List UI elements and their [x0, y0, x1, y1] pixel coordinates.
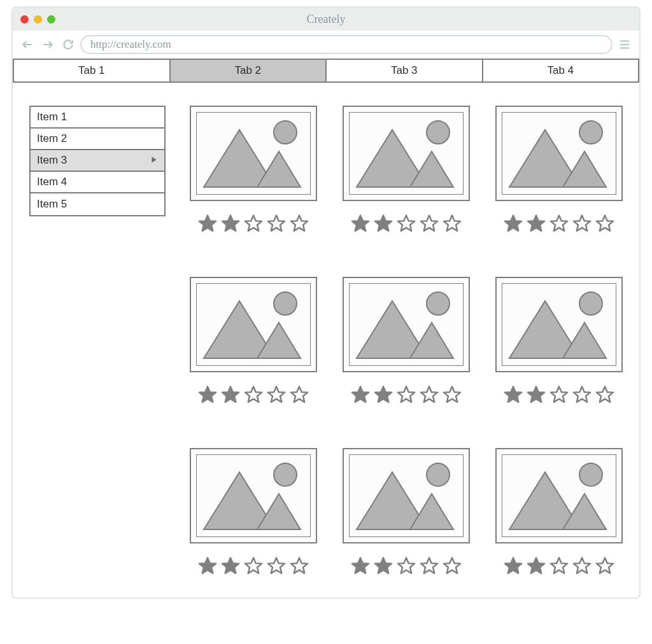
- star-empty-icon[interactable]: [397, 214, 416, 236]
- star-empty-icon[interactable]: [290, 385, 309, 407]
- star-empty-icon[interactable]: [549, 556, 569, 578]
- star-filled-icon[interactable]: [504, 385, 523, 407]
- minimize-icon[interactable]: [34, 15, 42, 24]
- star-empty-icon[interactable]: [443, 556, 462, 578]
- star-empty-icon[interactable]: [595, 214, 614, 236]
- image-placeholder[interactable]: [190, 106, 317, 201]
- image-placeholder[interactable]: [190, 277, 317, 372]
- star-empty-icon[interactable]: [244, 214, 263, 236]
- close-icon[interactable]: [20, 15, 29, 24]
- star-empty-icon[interactable]: [290, 214, 309, 236]
- sidebar-item-2[interactable]: Item 2: [31, 129, 164, 150]
- sidebar-item-1[interactable]: Item 1: [31, 107, 164, 129]
- star-filled-icon[interactable]: [527, 214, 546, 236]
- star-empty-icon[interactable]: [420, 214, 439, 236]
- star-empty-icon[interactable]: [420, 556, 439, 578]
- image-placeholder[interactable]: [495, 106, 623, 201]
- svg-marker-53: [574, 387, 590, 402]
- image-placeholder[interactable]: [343, 277, 470, 372]
- refresh-button[interactable]: [60, 36, 76, 53]
- star-filled-icon[interactable]: [351, 556, 370, 578]
- star-empty-icon[interactable]: [595, 556, 614, 578]
- star-empty-icon[interactable]: [397, 556, 416, 578]
- star-rating[interactable]: [504, 214, 614, 236]
- svg-marker-18: [444, 216, 460, 231]
- star-filled-icon[interactable]: [221, 556, 240, 578]
- star-empty-icon[interactable]: [267, 556, 286, 578]
- star-empty-icon[interactable]: [595, 385, 614, 407]
- sidebar-item-label: Item 4: [37, 176, 67, 188]
- star-empty-icon[interactable]: [267, 385, 286, 407]
- star-empty-icon[interactable]: [549, 385, 569, 407]
- star-filled-icon[interactable]: [198, 385, 217, 407]
- tab-1[interactable]: Tab 1: [14, 60, 171, 81]
- svg-marker-72: [444, 558, 460, 573]
- tab-3[interactable]: Tab 3: [327, 60, 483, 81]
- back-button[interactable]: [19, 36, 36, 53]
- star-empty-icon[interactable]: [244, 556, 263, 578]
- refresh-icon: [62, 38, 74, 51]
- star-rating[interactable]: [351, 385, 462, 407]
- star-filled-icon[interactable]: [198, 214, 217, 236]
- image-placeholder[interactable]: [495, 448, 623, 543]
- image-placeholder[interactable]: [190, 448, 317, 543]
- svg-marker-17: [421, 216, 437, 231]
- tab-4[interactable]: Tab 4: [483, 60, 639, 81]
- star-rating[interactable]: [198, 556, 309, 578]
- star-rating[interactable]: [198, 385, 309, 407]
- svg-point-38: [427, 292, 450, 315]
- chevron-right-icon: [150, 154, 158, 167]
- forward-button[interactable]: [39, 36, 56, 53]
- svg-point-56: [274, 463, 297, 486]
- hamburger-menu-button[interactable]: [616, 36, 633, 53]
- maximize-icon[interactable]: [47, 15, 55, 24]
- star-filled-icon[interactable]: [351, 214, 370, 236]
- sidebar-item-label: Item 3: [37, 154, 67, 167]
- star-empty-icon[interactable]: [572, 385, 592, 407]
- sidebar-item-3[interactable]: Item 3: [31, 150, 164, 172]
- svg-point-2: [274, 121, 297, 144]
- star-empty-icon[interactable]: [549, 214, 569, 236]
- svg-point-11: [427, 121, 450, 144]
- svg-marker-80: [574, 558, 590, 573]
- svg-marker-5: [199, 216, 216, 231]
- sidebar-item-5[interactable]: Item 5: [31, 193, 164, 215]
- star-empty-icon[interactable]: [443, 385, 462, 407]
- star-rating[interactable]: [504, 556, 614, 578]
- svg-marker-52: [551, 387, 567, 402]
- star-empty-icon[interactable]: [420, 385, 439, 407]
- svg-marker-8: [268, 216, 285, 231]
- star-filled-icon[interactable]: [527, 556, 546, 578]
- image-placeholder[interactable]: [343, 106, 470, 201]
- image-placeholder[interactable]: [495, 277, 623, 372]
- tab-2[interactable]: Tab 2: [171, 60, 327, 81]
- star-empty-icon[interactable]: [244, 385, 263, 407]
- star-empty-icon[interactable]: [290, 556, 309, 578]
- svg-marker-44: [421, 387, 437, 402]
- star-filled-icon[interactable]: [374, 556, 393, 578]
- star-rating[interactable]: [351, 214, 462, 236]
- svg-marker-14: [352, 216, 369, 231]
- star-empty-icon[interactable]: [572, 556, 592, 578]
- star-empty-icon[interactable]: [443, 214, 462, 236]
- url-input[interactable]: http://creately.com: [80, 35, 613, 54]
- star-empty-icon[interactable]: [267, 214, 286, 236]
- star-filled-icon[interactable]: [374, 385, 393, 407]
- star-filled-icon[interactable]: [198, 556, 217, 578]
- svg-marker-60: [222, 558, 239, 573]
- star-rating[interactable]: [504, 385, 614, 407]
- star-filled-icon[interactable]: [374, 214, 393, 236]
- star-empty-icon[interactable]: [572, 214, 592, 236]
- star-filled-icon[interactable]: [351, 385, 370, 407]
- star-filled-icon[interactable]: [221, 385, 240, 407]
- image-placeholder[interactable]: [343, 448, 470, 543]
- star-filled-icon[interactable]: [504, 556, 523, 578]
- star-filled-icon[interactable]: [504, 214, 523, 236]
- star-rating[interactable]: [198, 214, 309, 236]
- star-filled-icon[interactable]: [527, 385, 546, 407]
- star-rating[interactable]: [351, 556, 462, 578]
- star-empty-icon[interactable]: [397, 385, 416, 407]
- star-filled-icon[interactable]: [221, 214, 240, 236]
- sidebar-item-4[interactable]: Item 4: [31, 172, 164, 193]
- svg-marker-51: [528, 387, 544, 402]
